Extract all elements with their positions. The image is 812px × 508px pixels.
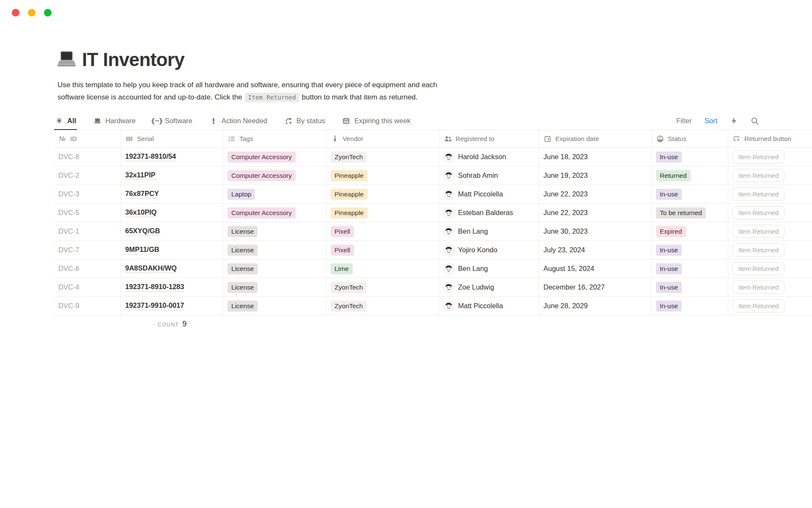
item-returned-button[interactable]: Item Returned	[732, 262, 785, 275]
cell-status[interactable]: In-use	[652, 278, 728, 297]
cell-expiration-date[interactable]: June 19, 2023	[539, 166, 652, 185]
filter-button[interactable]: Filter	[676, 117, 692, 125]
column-header-returned-button[interactable]: Returned button	[728, 130, 812, 148]
cell-vendor[interactable]: Pineapple	[326, 166, 439, 185]
cell-id[interactable]: DVC-1	[54, 222, 121, 241]
cell-expiration-date[interactable]: June 22, 2023	[539, 204, 652, 222]
minimize-window-button[interactable]	[28, 9, 36, 17]
cell-expiration-date[interactable]: July 23, 2024	[539, 241, 652, 260]
cell-status[interactable]: In-use	[652, 297, 728, 315]
cell-serial[interactable]: 65XYQ/GB	[121, 222, 223, 241]
cell-expiration-date[interactable]: August 15, 2024	[539, 260, 652, 278]
cell-vendor[interactable]: ZyonTech	[326, 148, 439, 166]
cell-id[interactable]: DVC-7	[54, 241, 121, 260]
vendor-badge: Pineapple	[331, 207, 368, 218]
cell-status[interactable]: Returned	[652, 166, 728, 185]
tag-badge: Computer Accessory	[228, 170, 296, 181]
cell-tags[interactable]: Computer Accessory	[223, 148, 326, 166]
cell-tags[interactable]: License	[223, 278, 326, 297]
cell-id[interactable]: DVC-9	[54, 297, 121, 315]
cell-vendor[interactable]: ZyonTech	[326, 278, 439, 297]
zoom-window-button[interactable]	[44, 9, 52, 17]
cell-tags[interactable]: License	[223, 222, 326, 241]
column-header-status[interactable]: Status	[652, 130, 728, 148]
cell-tags[interactable]: Laptop	[223, 185, 326, 204]
cell-vendor[interactable]: Pixell	[326, 222, 439, 241]
cell-status[interactable]: Expired	[652, 222, 728, 241]
cell-registered-to[interactable]: Ben Lang	[439, 260, 539, 278]
cell-id[interactable]: DVC-2	[54, 166, 121, 185]
cell-tags[interactable]: Computer Accessory	[223, 204, 326, 222]
cell-expiration-date[interactable]: June 22, 2023	[539, 185, 652, 204]
item-returned-button[interactable]: Item Returned	[732, 243, 785, 257]
cell-id[interactable]: DVC-4	[54, 278, 121, 297]
cell-id[interactable]: DVC-8	[54, 148, 121, 166]
cell-serial[interactable]: 192371-9910-0017	[121, 297, 223, 315]
item-returned-button[interactable]: Item Returned	[732, 188, 785, 201]
cell-vendor[interactable]: ZyonTech	[326, 297, 439, 315]
cell-id[interactable]: DVC-6	[54, 260, 121, 278]
cell-expiration-date[interactable]: June 28, 2029	[539, 297, 652, 315]
sort-button[interactable]: Sort	[705, 117, 717, 125]
cell-registered-to[interactable]: Esteban Balderas	[439, 204, 539, 222]
cell-tags[interactable]: License	[223, 241, 326, 260]
cell-tags[interactable]: Computer Accessory	[223, 166, 326, 185]
serial-value: 192371-8910-1283	[125, 283, 184, 292]
cell-status[interactable]: To be returned	[652, 204, 728, 222]
close-window-button[interactable]	[12, 9, 19, 17]
cell-id[interactable]: DVC-3	[54, 185, 121, 204]
cell-serial[interactable]: 36x10PIQ	[121, 204, 223, 222]
item-returned-button[interactable]: Item Returned	[732, 150, 785, 163]
serial-value: 192371-8910/54	[125, 152, 176, 161]
search-icon[interactable]	[751, 117, 759, 125]
cell-tags[interactable]: License	[223, 260, 326, 278]
item-returned-button[interactable]: Item Returned	[732, 206, 785, 219]
column-header-tags[interactable]: Tags	[223, 130, 326, 148]
cell-serial[interactable]: 192371-8910-1283	[121, 278, 223, 297]
item-returned-button[interactable]: Item Returned	[732, 169, 785, 182]
cell-registered-to[interactable]: Ben Lang	[439, 222, 539, 241]
cell-vendor[interactable]: Pineapple	[326, 185, 439, 204]
cell-status[interactable]: In-use	[652, 185, 728, 204]
cell-serial[interactable]: 192371-8910/54	[121, 148, 223, 166]
tab-software[interactable]: {··} Software	[152, 112, 193, 130]
tab-hardware[interactable]: Hardware	[92, 112, 137, 130]
item-returned-button[interactable]: Item Returned	[732, 299, 785, 312]
cell-registered-to[interactable]: Yojiro Kondo	[439, 241, 539, 260]
cell-status[interactable]: In-use	[652, 260, 728, 278]
tab-by-status[interactable]: By status	[283, 112, 326, 130]
cell-tags[interactable]: License	[223, 297, 326, 315]
cell-serial[interactable]: 76x87PCY	[121, 185, 223, 204]
cell-status[interactable]: In-use	[652, 148, 728, 166]
tab-action-needed[interactable]: ! Action Needed	[208, 112, 268, 130]
cell-expiration-date[interactable]: June 18, 2023	[539, 148, 652, 166]
cell-serial[interactable]: 9A8SDAKH/WQ	[121, 260, 223, 278]
column-header-serial[interactable]: Serial	[121, 130, 223, 148]
cell-registered-to[interactable]: Harold Jackson	[439, 148, 539, 166]
lightning-bolt-icon[interactable]	[730, 117, 738, 125]
column-header-vendor[interactable]: Vendor	[326, 130, 439, 148]
tab-all[interactable]: ✳ All	[54, 112, 77, 130]
cell-registered-to[interactable]: Sohrab Amin	[439, 166, 539, 185]
id-value: DVC-2	[58, 171, 80, 179]
cell-status[interactable]: In-use	[652, 241, 728, 260]
cell-registered-to[interactable]: Zoe Ludwig	[439, 278, 539, 297]
cell-expiration-date[interactable]: December 16, 2027	[539, 278, 652, 297]
column-header-registered-to[interactable]: Registered to	[439, 130, 539, 148]
cell-vendor[interactable]: Pixell	[326, 241, 439, 260]
calendar-icon	[543, 135, 551, 143]
count-label[interactable]: COUNT	[158, 322, 179, 328]
cell-vendor[interactable]: Pineapple	[326, 204, 439, 222]
cell-id[interactable]: DVC-5	[54, 204, 121, 222]
cell-vendor[interactable]: Lime	[326, 260, 439, 278]
cell-serial[interactable]: 9MP11/GB	[121, 241, 223, 260]
item-returned-button[interactable]: Item Returned	[732, 225, 785, 238]
column-header-id[interactable]: № ID	[54, 130, 121, 148]
cell-registered-to[interactable]: Matt Piccolella	[439, 297, 539, 315]
cell-serial[interactable]: 32x11PIP	[121, 166, 223, 185]
item-returned-button[interactable]: Item Returned	[732, 281, 785, 294]
cell-expiration-date[interactable]: June 30, 2023	[539, 222, 652, 241]
tab-expiring-this-week[interactable]: Expiring this week	[341, 112, 411, 130]
cell-registered-to[interactable]: Matt Piccolella	[439, 185, 539, 204]
column-header-expiration-date[interactable]: Expiration date	[539, 130, 652, 148]
